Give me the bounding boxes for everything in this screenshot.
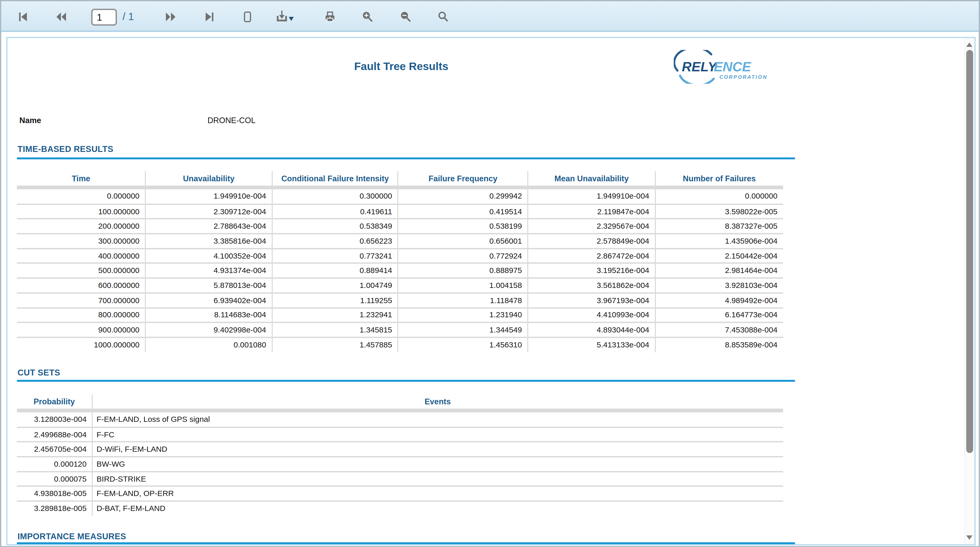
cell: 4.989492e-004: [655, 293, 783, 307]
cell: 1.949910e-004: [145, 189, 272, 204]
export-download-button[interactable]: [275, 8, 297, 26]
cell: 0.656001: [398, 234, 528, 248]
cell: 600.000000: [17, 278, 146, 293]
cell: 6.939402e-004: [145, 293, 272, 307]
header-underline: [17, 186, 783, 189]
cell: 0.001080: [145, 337, 272, 352]
cell: 2.309712e-004: [145, 204, 272, 219]
first-page-button[interactable]: [14, 8, 32, 26]
cell: 0.000000: [655, 189, 783, 204]
cell: 800.000000: [17, 308, 146, 323]
document-icon: [241, 11, 254, 23]
table-row: 2.499688e-004F-FC: [17, 427, 783, 442]
previous-page-button[interactable]: [52, 8, 70, 26]
cell: 0.419611: [272, 204, 398, 219]
first-page-icon: [17, 11, 30, 23]
cell: 1.949910e-004: [528, 189, 655, 204]
cell: 0.419514: [398, 204, 528, 219]
table-row: 500.0000004.931374e-0040.8894140.8889753…: [17, 263, 783, 278]
cell: 3.289818e-005: [17, 501, 92, 516]
cell: 1.118478: [398, 293, 528, 307]
printer-icon: [324, 11, 336, 23]
table-row: 100.0000002.309712e-0040.4196110.4195142…: [17, 204, 783, 219]
section-rule: [17, 542, 795, 544]
table-row: 3.128003e-004F-EM-LAND, Loss of GPS sign…: [17, 412, 783, 427]
cell: D-BAT, F-EM-LAND: [92, 501, 783, 516]
cell: 0.773241: [272, 248, 398, 263]
report-viewer-window: / 1: [0, 0, 980, 547]
cell: 2.578849e-004: [528, 234, 655, 248]
cell: F-FC: [92, 427, 783, 442]
table-row: 0.000120BW-WG: [17, 457, 783, 472]
cell: 900.000000: [17, 323, 146, 337]
column-header: Time: [17, 171, 146, 186]
cell: 8.387327e-005: [655, 219, 783, 234]
screenshot-stage: / 1: [0, 0, 980, 547]
last-page-icon: [203, 11, 216, 23]
scrollbar-thumb[interactable]: [966, 50, 973, 453]
cell: 2.788643e-004: [145, 219, 272, 234]
cell: 3.928103e-004: [655, 278, 783, 293]
scrollbar-up-arrow-icon[interactable]: [966, 43, 972, 47]
table-row: 1000.0000000.0010801.4578851.4563105.413…: [17, 337, 783, 352]
cell: BIRD-STRIKE: [92, 472, 783, 486]
header-underline: [17, 409, 783, 413]
section-rule: [17, 380, 795, 382]
cell: 1.004749: [272, 278, 398, 293]
single-page-view-button[interactable]: [239, 8, 256, 26]
table-row: 0.0000001.949910e-0040.3000000.2999421.9…: [17, 189, 783, 204]
zoom-out-icon: [399, 11, 412, 23]
cell: 1.344549: [398, 323, 528, 337]
page-count-label: / 1: [123, 11, 134, 22]
zoom-in-button[interactable]: [359, 8, 376, 26]
cell: 1.456310: [398, 337, 528, 352]
cell: 4.100352e-004: [145, 248, 272, 263]
cell: 300.000000: [17, 234, 146, 248]
section-heading-importance-measures: IMPORTANCE MEASURES: [18, 532, 126, 541]
table-row: 800.0000008.114683e-0041.2329411.2319404…: [17, 308, 783, 323]
cell: BW-WG: [92, 457, 783, 472]
print-button[interactable]: [321, 8, 339, 26]
cell: 9.402998e-004: [145, 323, 272, 337]
zoom-out-button[interactable]: [397, 8, 415, 26]
cell: 2.456705e-004: [17, 442, 92, 456]
table-row: 400.0000004.100352e-0040.7732410.7729242…: [17, 248, 783, 263]
cell: 6.164773e-004: [655, 308, 783, 323]
report-page: Fault Tree Results RELY ENCE CORPORATION…: [6, 37, 975, 545]
report-body: Fault Tree Results RELY ENCE CORPORATION…: [8, 38, 965, 544]
viewport: / 1: [0, 0, 980, 547]
name-label: Name: [19, 116, 41, 125]
cell: 1000.000000: [17, 337, 146, 352]
column-header: Mean Unavailability: [528, 171, 655, 186]
cell: 1.232941: [272, 308, 398, 323]
cell: 3.598022e-005: [655, 204, 783, 219]
last-page-button[interactable]: [201, 8, 218, 26]
logo-text-ence: ENCE: [714, 59, 751, 74]
cell: 1.231940: [398, 308, 528, 323]
search-button[interactable]: [434, 8, 452, 26]
cell: 100.000000: [17, 204, 146, 219]
column-header: Probability: [17, 394, 92, 409]
cell: 700.000000: [17, 293, 146, 307]
cell: 3.967193e-004: [528, 293, 655, 307]
cell: 500.000000: [17, 263, 146, 278]
scrollbar-down-arrow-icon[interactable]: [966, 535, 972, 539]
cell: 0.772924: [398, 248, 528, 263]
cell: 0.000000: [17, 189, 146, 204]
export-dropdown-caret-icon: [289, 17, 294, 21]
cell: 200.000000: [17, 219, 146, 234]
cell: 0.888975: [398, 263, 528, 278]
section-rule: [17, 157, 795, 159]
cell: 8.114683e-004: [145, 308, 272, 323]
next-page-button[interactable]: [162, 8, 179, 26]
cell: 2.867472e-004: [528, 248, 655, 263]
download-icon: [276, 10, 297, 24]
search-icon: [437, 11, 450, 23]
column-header: Events: [92, 394, 783, 409]
page-number-input[interactable]: [91, 9, 117, 26]
toolbar: / 1: [1, 1, 979, 32]
vertical-scrollbar[interactable]: [964, 38, 974, 544]
cell: 2.499688e-004: [17, 427, 92, 442]
table-row: 4.938018e-005F-EM-LAND, OP-ERR: [17, 486, 783, 501]
cell: 1.004158: [398, 278, 528, 293]
